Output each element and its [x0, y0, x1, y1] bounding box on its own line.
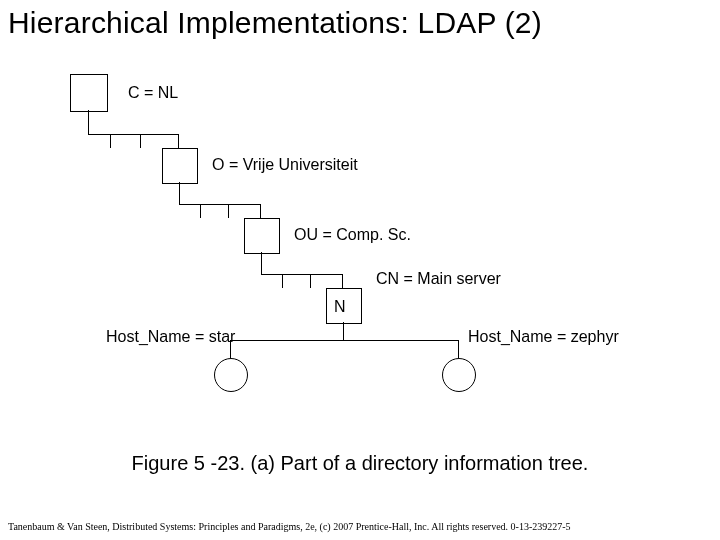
edge [230, 340, 458, 341]
edge [178, 134, 179, 148]
label-o: O = Vrije Universiteit [212, 156, 358, 174]
node-ou [244, 218, 280, 254]
edge [343, 322, 344, 340]
edge [310, 274, 311, 288]
edge [179, 182, 180, 204]
edge [200, 204, 201, 218]
edge [88, 134, 178, 135]
edge [228, 204, 229, 218]
edge [342, 274, 343, 288]
label-ou: OU = Comp. Sc. [294, 226, 411, 244]
edge [458, 340, 459, 358]
leaf-zephyr [442, 358, 476, 392]
node-cn-text: N [334, 298, 346, 316]
label-cn: CN = Main server [376, 270, 501, 288]
edge [260, 204, 261, 218]
page-title: Hierarchical Implementations: LDAP (2) [8, 6, 542, 40]
node-c [70, 74, 108, 112]
label-host-left: Host_Name = star [106, 328, 235, 346]
slide: Hierarchical Implementations: LDAP (2) C… [0, 0, 720, 540]
edge [261, 252, 262, 274]
footer-credit: Tanenbaum & Van Steen, Distributed Syste… [8, 521, 571, 532]
leaf-star [214, 358, 248, 392]
edge [261, 274, 343, 275]
edge [110, 134, 111, 148]
edge [179, 204, 261, 205]
edge [282, 274, 283, 288]
edge [140, 134, 141, 148]
label-c: C = NL [128, 84, 178, 102]
label-host-right: Host_Name = zephyr [468, 328, 619, 346]
figure-caption: Figure 5 -23. (a) Part of a directory in… [0, 452, 720, 475]
edge [88, 110, 89, 134]
ldap-tree-diagram: C = NL O = Vrije Universiteit OU = Comp.… [70, 74, 630, 394]
node-o [162, 148, 198, 184]
